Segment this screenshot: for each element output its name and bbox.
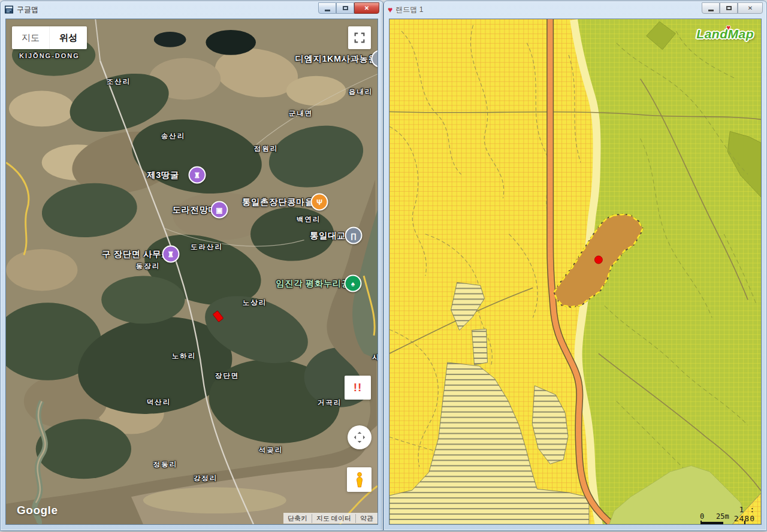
pegman-button[interactable] — [347, 467, 372, 492]
titlebar[interactable]: ♥ 랜드맵 1 ✕ — [384, 1, 766, 18]
close-button[interactable]: ✕ — [738, 2, 763, 14]
village-label: 장단면 — [215, 371, 240, 380]
village-label: 노상리 — [243, 298, 267, 307]
window-title: 랜드맵 1 — [395, 5, 423, 15]
fullscreen-icon — [353, 31, 366, 44]
pan-control[interactable] — [348, 425, 372, 449]
maximize-button[interactable] — [720, 2, 738, 14]
village-label: 사 — [372, 353, 378, 362]
restaurant-label: 통일촌장단콩마을 — [242, 197, 314, 208]
office-marker[interactable]: ♜ — [162, 246, 180, 263]
bridge-label: 통일대교 — [310, 230, 346, 241]
village-label: 동장리 — [136, 262, 161, 271]
terms-link[interactable]: 약관 — [355, 514, 378, 523]
landmap-window: ♥ 랜드맵 1 ✕ — [384, 1, 767, 531]
shortcuts-link[interactable]: 단축키 — [283, 514, 312, 523]
satellite-map-canvas[interactable]: 지도 위성 !! 단축키 지도 데이터 약관 G — [5, 19, 378, 525]
pegman-icon — [352, 471, 367, 488]
observatory-icon: ▣ — [216, 205, 222, 214]
maximize-button[interactable] — [336, 2, 354, 14]
village-label: 점원리 — [254, 144, 279, 153]
maximize-icon — [343, 6, 348, 10]
park-marker[interactable]: ♠ — [345, 275, 362, 292]
village-label: 조산리 — [107, 77, 131, 86]
close-button[interactable]: ✕ — [354, 2, 379, 14]
google-map-window: 구글맵 ✕ — [0, 1, 384, 531]
map-type-satellite-button[interactable]: 위성 — [49, 26, 87, 49]
landmap-heart-icon: ♥ — [726, 23, 730, 32]
observatory-marker[interactable]: ▣ — [211, 201, 228, 219]
scale-bar — [700, 520, 747, 525]
titlebar[interactable]: 구글맵 ✕ — [1, 1, 383, 18]
minimize-button[interactable] — [318, 2, 336, 14]
pan-arrows-icon — [352, 430, 367, 445]
minimize-icon — [708, 10, 714, 11]
office-icon: ♜ — [168, 250, 174, 258]
map-attribution: 단축키 지도 데이터 약관 — [283, 513, 378, 524]
google-logo: Google — [17, 504, 58, 517]
village-label: 백연리 — [297, 215, 321, 224]
map-type-map-button[interactable]: 지도 — [12, 26, 49, 49]
restaurant-icon: Ψ — [316, 198, 322, 206]
site-point — [594, 256, 602, 264]
village-label: 송산리 — [161, 132, 186, 141]
app-icon — [4, 5, 14, 14]
zoning-map — [389, 19, 761, 524]
close-icon: ✕ — [364, 5, 369, 11]
map-type-control: 지도 위성 — [12, 26, 87, 49]
bridge-marker[interactable]: ∏ — [345, 227, 363, 244]
alert-button[interactable]: !! — [345, 376, 371, 400]
tunnel-label: 제3땅굴 — [147, 170, 179, 181]
alert-icon: !! — [354, 381, 363, 394]
village-label: 덕산리 — [147, 398, 171, 407]
office-label: 구 장단면 사무소 — [102, 249, 170, 260]
close-icon: ✕ — [748, 5, 753, 11]
village-label: 읍내리 — [349, 87, 373, 96]
village-label: 군내면 — [289, 109, 313, 118]
cadastral-map-canvas[interactable]: LandMap ♥ 1 : 2480 0 25m — [389, 19, 762, 525]
park-icon: ♠ — [351, 279, 355, 288]
village-label: 정동리 — [153, 460, 178, 469]
restaurant-marker[interactable]: Ψ — [311, 194, 328, 211]
minimize-icon — [325, 10, 330, 11]
tunnel-marker[interactable]: ♜ — [189, 167, 206, 184]
region-label: KIJŎNG-DONG — [19, 52, 80, 59]
farm-label: 디엠지1KM사과농원 — [295, 53, 377, 65]
village-label: 강정리 — [194, 474, 218, 483]
scale-distance: 25m — [716, 512, 729, 521]
window-title: 구글맵 — [17, 5, 38, 15]
map-data-link[interactable]: 지도 데이터 — [312, 514, 355, 523]
minimize-button[interactable] — [702, 2, 720, 14]
village-label: 도라산리 — [191, 243, 223, 252]
village-label: 노하리 — [172, 352, 197, 361]
fullscreen-button[interactable] — [348, 26, 371, 49]
landmap-logo: LandMap — [696, 27, 754, 41]
satellite-imagery — [6, 19, 378, 524]
village-label: 석곶리 — [259, 446, 283, 455]
maximize-icon — [726, 6, 732, 10]
scale-zero: 0 — [700, 512, 704, 521]
landmap-app-icon: ♥ — [388, 5, 392, 14]
village-label: 거곡리 — [318, 398, 342, 407]
bridge-icon: ∏ — [351, 231, 357, 240]
tunnel-icon: ♜ — [194, 171, 201, 179]
